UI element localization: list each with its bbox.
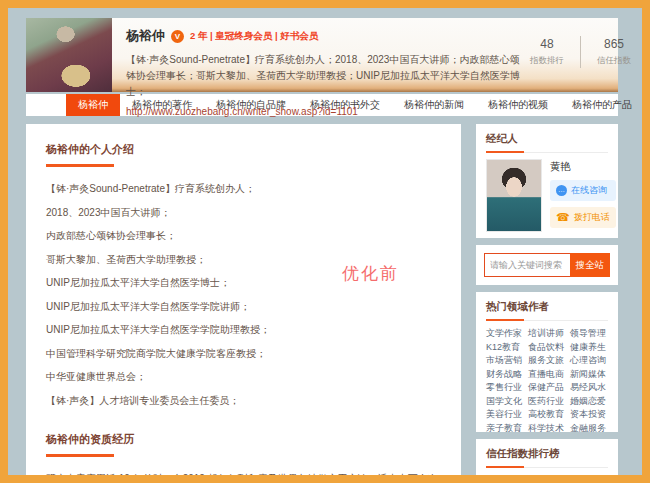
- call-phone-button[interactable]: ☎拨打电话: [550, 207, 616, 228]
- agent-panel-title: 经纪人: [486, 132, 608, 153]
- agent-panel: 经纪人 黄艳 …在线咨询 ☎拨打电话: [476, 124, 618, 238]
- hot-categories-title: 热门领域作者: [486, 300, 608, 321]
- intro-line: UNIP尼加拉瓜太平洋大学自然医学学院助理教授；: [46, 322, 441, 338]
- hot-category-link[interactable]: 食品饮料: [528, 342, 566, 354]
- online-consult-button[interactable]: …在线咨询: [550, 180, 616, 201]
- profile-url-link[interactable]: http://www.zuozhebang.cn/writer_show.asp…: [126, 106, 526, 117]
- hot-category-link[interactable]: 医药行业: [528, 396, 566, 408]
- hot-category-link[interactable]: 零售行业: [486, 382, 524, 394]
- hot-category-link[interactable]: 保健产品: [528, 382, 566, 394]
- hot-category-link[interactable]: 领导管理: [570, 328, 608, 340]
- index-rank-value: 48: [526, 37, 568, 51]
- hot-category-link[interactable]: K12教育: [486, 342, 524, 354]
- hot-category-link[interactable]: 资本投资: [570, 409, 608, 421]
- membership-text: 2 年 | 皇冠终身会员 | 好书会员: [190, 30, 318, 43]
- tab-products[interactable]: 杨裕仲的产品: [560, 94, 642, 116]
- hot-category-link[interactable]: 婚姻恋爱: [570, 396, 608, 408]
- main-area: 杨裕仲的个人介绍 【钵·声灸Sound-Penetrate】疗育系统创办人；20…: [26, 124, 618, 475]
- hot-category-link[interactable]: 美容行业: [486, 409, 524, 421]
- intro-line: 中国管理科学研究院商学院大健康学院客座教授；: [46, 346, 441, 362]
- intro-line: 【钵·声灸Sound-Penetrate】疗育系统创办人；: [46, 181, 441, 197]
- header-stats: 48 指数排行 865 信任指数: [526, 12, 642, 92]
- hot-categories-grid: 文学作家培训讲师领导管理K12教育食品饮料健康养生市场营销服务文旅心理咨询财务战…: [486, 328, 608, 432]
- agent-body: 黄艳 …在线咨询 ☎拨打电话: [486, 159, 608, 232]
- watermark-text: 优化前: [342, 262, 399, 285]
- hot-category-link[interactable]: 高校教育: [528, 409, 566, 421]
- hot-category-link[interactable]: 健康养生: [570, 342, 608, 354]
- writer-avatar: [26, 18, 112, 92]
- page-content: 杨裕仲 V 2 年 | 皇冠终身会员 | 好书会员 【钵·声灸Sound-Pen…: [26, 18, 618, 475]
- stats-divider: [580, 36, 581, 68]
- intro-line: 2018、2023中国百大讲师；: [46, 205, 441, 221]
- hot-category-link[interactable]: 财务战略: [486, 369, 524, 381]
- chat-bubble-icon: …: [556, 185, 567, 196]
- intro-line: UNIP尼加拉瓜太平洋大学自然医学学院讲师；: [46, 299, 441, 315]
- hot-categories-panel: 热门领域作者 文学作家培训讲师领导管理K12教育食品饮料健康养生市场营销服务文旅…: [476, 292, 618, 432]
- call-phone-label: 拨打电话: [574, 211, 610, 224]
- name-row: 杨裕仲 V 2 年 | 皇冠终身会员 | 好书会员: [126, 27, 526, 45]
- hot-category-link[interactable]: 市场营销: [486, 355, 524, 367]
- hot-category-link[interactable]: 新闻媒体: [570, 369, 608, 381]
- agent-details: 黄艳 …在线咨询 ☎拨打电话: [550, 159, 616, 232]
- hot-category-link[interactable]: 心理咨询: [570, 355, 608, 367]
- index-rank-stat: 48 指数排行: [526, 37, 568, 67]
- trust-ranking-title: 信任指数排行榜: [486, 447, 608, 468]
- hot-category-link[interactable]: 直播电商: [528, 369, 566, 381]
- hot-category-link[interactable]: 金融服务: [570, 423, 608, 433]
- trust-index-value: 865: [593, 37, 635, 51]
- agent-name: 黄艳: [550, 160, 616, 174]
- sidebar: 经纪人 黄艳 …在线咨询 ☎拨打电话 搜全站 热门领域作: [476, 124, 618, 475]
- intro-line: 中华亚健康世界总会；: [46, 369, 441, 385]
- intro-section-title: 杨裕仲的个人介绍: [46, 142, 441, 167]
- hot-category-link[interactable]: 科学技术: [528, 423, 566, 433]
- search-button[interactable]: 搜全站: [570, 253, 610, 277]
- intro-line: 内政部慈心颂钵协会理事长；: [46, 228, 441, 244]
- intro-line: 【钵·声灸】人才培训专业委员会主任委员；: [46, 393, 441, 409]
- writer-description: 【钵·声灸Sound-Penetrate】疗育系统创办人；2018、2023中国…: [126, 52, 526, 100]
- hot-category-link[interactable]: 国学文化: [486, 396, 524, 408]
- tab-home[interactable]: 杨裕仲: [66, 94, 120, 116]
- index-rank-label: 指数排行: [526, 55, 568, 67]
- resume-section-title: 杨裕仲的资质经历: [46, 432, 441, 457]
- online-consult-label: 在线咨询: [571, 184, 607, 197]
- hot-category-link[interactable]: 培训讲师: [528, 328, 566, 340]
- hot-category-link[interactable]: 易经风水: [570, 382, 608, 394]
- trust-ranking-panel: 信任指数排行榜 米高蓝 +10928: [476, 439, 618, 475]
- phone-icon: ☎: [556, 212, 570, 223]
- profile-header: 杨裕仲 V 2 年 | 皇冠终身会员 | 好书会员 【钵·声灸Sound-Pen…: [26, 18, 618, 92]
- content-panel: 杨裕仲的个人介绍 【钵·声灸Sound-Penetrate】疗育系统创办人；20…: [26, 124, 461, 475]
- agent-photo: [486, 159, 542, 232]
- member-badge-icon: V: [171, 30, 184, 43]
- hot-category-link[interactable]: 亲子教育: [486, 423, 524, 433]
- hot-category-link[interactable]: 文学作家: [486, 328, 524, 340]
- writer-name: 杨裕仲: [126, 27, 165, 45]
- search-panel: 搜全站: [476, 245, 618, 285]
- hot-category-link[interactable]: 服务文旅: [528, 355, 566, 367]
- search-input[interactable]: [484, 253, 570, 277]
- writer-info: 杨裕仲 V 2 年 | 皇冠终身会员 | 好书会员 【钵·声灸Sound-Pen…: [112, 18, 526, 92]
- resume-paragraph: 研究声音应用近 10 年的时，自2012 起每年到印度及世界各地做义工义诊，透由…: [46, 471, 441, 475]
- page-frame: 杨裕仲 V 2 年 | 皇冠终身会员 | 好书会员 【钵·声灸Sound-Pen…: [8, 8, 642, 475]
- trust-index-label: 信任指数: [593, 55, 635, 67]
- intro-lines: 【钵·声灸Sound-Penetrate】疗育系统创办人；2018、2023中国…: [46, 181, 441, 408]
- trust-index-stat: 865 信任指数: [593, 37, 635, 67]
